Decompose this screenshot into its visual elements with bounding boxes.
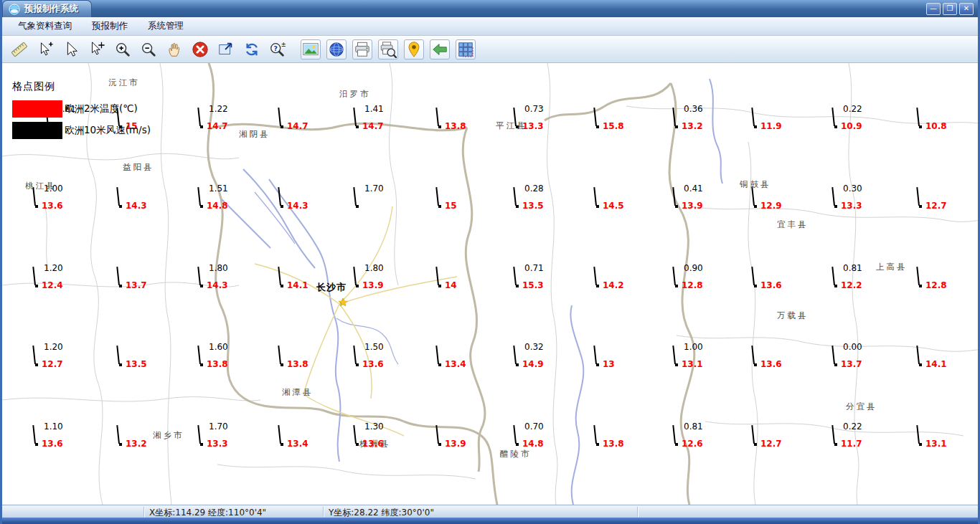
city-label: 湘乡市 <box>153 430 184 441</box>
temperature-value: 12.4 <box>42 280 63 290</box>
city-label: 万载县 <box>777 310 809 321</box>
wind-speed-value: 1.20 <box>44 342 63 352</box>
temperature-value: 13.5 <box>522 201 544 211</box>
grid-point-dot <box>281 363 283 366</box>
temperature-value: 13.1 <box>682 359 703 369</box>
select-arrow-crosshair-icon[interactable] <box>87 39 107 59</box>
zoom-in-icon[interactable] <box>113 39 133 59</box>
image-export-icon[interactable] <box>301 39 321 59</box>
minimize-button[interactable]: — <box>926 3 941 15</box>
restore-button[interactable]: ❐ <box>943 3 957 15</box>
grid-point-dot <box>281 443 283 446</box>
wind-barb-icon <box>32 346 35 364</box>
temperature-value: 12.7 <box>760 439 782 449</box>
grid-point-dot <box>919 443 922 446</box>
back-arrow-icon[interactable] <box>430 39 450 59</box>
grid-point-dot <box>356 443 359 446</box>
window-bottom-frame <box>2 518 978 524</box>
wind-speed-value: 1.70 <box>209 421 228 432</box>
wind-barb-icon <box>916 425 919 444</box>
temperature-value: 11.7 <box>841 439 862 449</box>
wind-barb-icon <box>831 425 834 444</box>
menu-weather-data-query[interactable]: 气象资料查询 <box>8 19 82 34</box>
globe-icon[interactable] <box>326 39 347 59</box>
grid-point-dot <box>438 285 441 287</box>
grid-select-icon[interactable] <box>456 39 476 59</box>
city-label: 汨罗市 <box>339 89 371 100</box>
wind-speed-value: 1.00 <box>684 342 703 352</box>
wind-barb-icon <box>593 187 596 206</box>
wind-barb-icon <box>751 108 754 126</box>
wind-speed-value: 1.22 <box>209 104 228 114</box>
legend-items: 欧洲2米温度(℃)欧洲10米风速(m/s) <box>12 100 151 139</box>
temperature-value: 13.2 <box>682 121 703 131</box>
grid-point-dot <box>200 285 203 287</box>
grid-point-dot <box>919 205 922 208</box>
grid-point-dot <box>516 125 519 128</box>
city-label: 湘潭县 <box>282 387 314 398</box>
legend-item: 欧洲10米风速(m/s) <box>12 122 151 139</box>
grid-point-dot <box>200 363 203 366</box>
print-icon[interactable] <box>352 39 372 59</box>
wind-barb-icon <box>593 267 596 285</box>
temperature-value: 14.3 <box>126 201 147 211</box>
wind-speed-value: 0.81 <box>684 421 703 432</box>
grid-point-dot <box>834 443 837 446</box>
capital-label: 长沙市 <box>316 281 347 294</box>
temperature-value: 13.6 <box>362 359 384 369</box>
zoom-out-icon[interactable] <box>138 39 159 59</box>
wind-speed-value: 1.41 <box>364 104 384 114</box>
grid-point-dot <box>438 363 441 366</box>
grid-point-dot <box>356 205 359 208</box>
full-extent-icon[interactable] <box>216 39 236 59</box>
grid-point-dot <box>200 125 203 128</box>
select-arrow-plus-icon[interactable] <box>35 39 55 59</box>
wind-barb-icon <box>32 267 35 285</box>
wind-barb-icon <box>435 346 438 364</box>
temperature-value: 13.3 <box>841 201 862 211</box>
temperature-value: 13.6 <box>42 439 63 449</box>
title-bar[interactable]: 预报制作系统 —❐✕ <box>2 0 978 17</box>
grid-point-dot <box>35 363 38 366</box>
pan-hand-icon[interactable] <box>164 39 184 59</box>
grid-point-dot <box>675 363 678 366</box>
menu-forecast-production[interactable]: 预报制作 <box>82 19 138 34</box>
wind-barb-icon <box>751 425 754 444</box>
wind-barb-icon <box>916 108 919 126</box>
refresh-icon[interactable] <box>242 39 262 59</box>
grid-point-dot <box>516 443 519 446</box>
close-button[interactable]: ✕ <box>959 3 974 15</box>
grid-point-dot <box>675 285 678 287</box>
location-pin-icon[interactable] <box>404 39 424 59</box>
grid-point-dot <box>438 125 441 128</box>
temperature-value: 13 <box>603 359 615 369</box>
grid-point-dot <box>200 443 203 446</box>
wind-barb-icon <box>593 108 596 126</box>
temperature-value: 14.3 <box>207 280 228 290</box>
status-bar: X坐标:114.29 经度:110°0'4" Y坐标:28.22 纬度:30°0… <box>2 505 978 518</box>
delete-icon[interactable] <box>190 39 210 59</box>
temperature-value: 12.6 <box>682 439 703 449</box>
print-preview-icon[interactable] <box>378 39 398 59</box>
wind-barb-icon <box>513 346 516 364</box>
wind-barb-icon <box>116 346 119 364</box>
wind-speed-value: 1.20 <box>44 263 63 273</box>
temperature-value: 13.9 <box>362 280 384 290</box>
grid-point-dot <box>119 363 122 366</box>
grid-point-dot <box>834 125 837 128</box>
wind-speed-value: 0.73 <box>524 104 544 114</box>
city-label: 分宜县 <box>846 401 877 412</box>
grid-point-dot <box>834 285 837 287</box>
wind-barb-icon <box>197 425 200 444</box>
legend-title: 格点图例 <box>12 80 151 93</box>
identify-icon[interactable]: ?± <box>268 39 288 59</box>
menu-system-management[interactable]: 系统管理 <box>138 19 194 34</box>
temperature-value: 13.4 <box>445 359 466 369</box>
select-arrow-icon[interactable] <box>61 39 81 59</box>
window-title: 预报制作系统 <box>24 3 78 15</box>
city-label: 宜丰县 <box>777 219 809 230</box>
measure-icon[interactable] <box>9 39 29 59</box>
wind-barb-icon <box>831 187 834 206</box>
temperature-value: 14.1 <box>925 359 947 369</box>
map-area[interactable]: 沅江市汨罗市湘阴县平江县益阳县桃江县铜鼓县宜丰县上高县万载县湘潭县分宜县湘乡市株… <box>2 63 978 505</box>
